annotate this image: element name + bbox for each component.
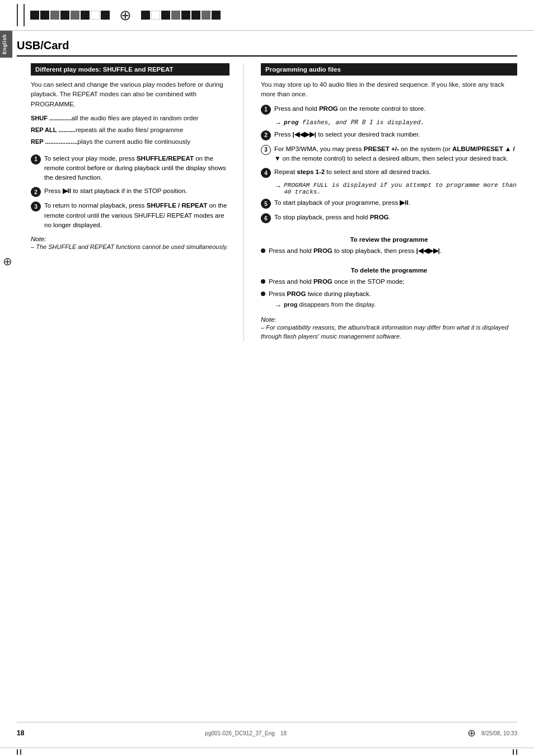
left-note-label: Note:	[31, 236, 229, 242]
left-note-text: – The SHUFFLE and REPEAT functions canno…	[31, 242, 229, 252]
top-strip: ⊕	[0, 0, 534, 31]
right-step-6: 6 To stop playback, press and hold PROG.	[261, 213, 517, 223]
right-note-label: Note:	[261, 316, 517, 323]
right-intro-text: You may store up to 40 audio files in th…	[261, 80, 517, 100]
delete-bullet-2: Press PROG twice during playback.	[261, 289, 517, 299]
pattern-sq-7	[91, 11, 100, 20]
delete-arrow: → prog disappears from the display.	[274, 301, 517, 309]
right-step-num-5: 5	[261, 199, 271, 209]
step-num-1: 1	[31, 154, 41, 165]
right-step-1-arrow: → prog flashes, and PR 0 1 is displayed.	[274, 119, 517, 127]
def-item-rep: REP ................... plays the curren…	[31, 137, 229, 147]
delete-bullet-text-1: Press and hold PROG once in the STOP mod…	[269, 277, 405, 287]
two-column-layout: Different play modes: SHUFFLE and REPEAT…	[17, 63, 517, 341]
left-step-1: 1 To select your play mode, press SHUFFL…	[31, 154, 229, 183]
def-term-shuf: SHUF .............	[31, 114, 72, 123]
strip-left: ⊕	[17, 4, 221, 26]
step-num-3: 3	[31, 201, 41, 212]
definitions-list: SHUF ............. all the audio files a…	[31, 114, 229, 147]
right-step-num-6: 6	[261, 213, 271, 223]
main-content: English ⊕ USB/Card Different play modes:…	[0, 31, 534, 353]
def-desc-rep: plays the current audio file continuousl…	[78, 137, 190, 147]
right-step-num-3: 3	[261, 145, 271, 155]
right-step-content-6: To stop playback, press and hold PROG.	[274, 213, 517, 222]
right-step-1: 1 Press and hold PROG on the remote cont…	[261, 104, 517, 115]
pattern-sq-r8	[212, 11, 221, 20]
footer-crosshair: ⊕	[467, 727, 476, 739]
right-step-content-5: To start playback of your programme, pre…	[274, 198, 517, 208]
right-step-4-arrow: → PROGRAM FULL is displayed if you attem…	[274, 182, 517, 195]
left-intro-text: You can select and change the various pl…	[31, 80, 229, 109]
pattern-sq-5	[71, 11, 79, 20]
pattern-sq-6	[81, 11, 90, 20]
right-step-content-4: Repeat steps 1-2 to select and store all…	[274, 167, 517, 177]
left-step-2: 2 Press ▶II to start playback if in the …	[31, 186, 229, 197]
page-title: USB/Card	[17, 39, 517, 57]
step-content-3: To return to normal playback, press SHUF…	[44, 201, 229, 230]
page-wrapper: ⊕ English ⊕ USB/Card Di	[0, 0, 534, 756]
def-desc-repall: repeats all the audio files/ programme	[76, 125, 183, 135]
right-step-1-arrow-text: prog flashes, and PR 0 1 is displayed.	[284, 119, 424, 126]
right-column: Programming audio files You may store up…	[258, 63, 517, 341]
right-step-4-arrow-text: PROGRAM FULL is displayed if you attempt…	[284, 182, 517, 195]
pattern-sq-r3	[161, 11, 170, 20]
step-content-1: To select your play mode, press SHUFFLE/…	[44, 154, 229, 183]
delete-bullet-1: Press and hold PROG once in the STOP mod…	[261, 277, 517, 287]
def-term-repall: REP ALL ..........	[31, 125, 76, 135]
delete-arrow-text: prog disappears from the display.	[284, 301, 376, 308]
right-step-num-4: 4	[261, 168, 271, 178]
delete-header: To delete the programme	[261, 267, 517, 274]
pattern-sq-r7	[202, 11, 210, 20]
arrow-sym-delete: →	[274, 301, 282, 309]
bullet-dot-delete-2	[261, 292, 265, 296]
def-item-shuf: SHUF ............. all the audio files a…	[31, 114, 229, 123]
pattern-sq-1	[30, 11, 39, 20]
right-step-5: 5 To start playback of your programme, p…	[261, 198, 517, 209]
pattern-sq-8	[101, 11, 110, 20]
right-step-content-3: For MP3/WMA, you may press PRESET +/- on…	[274, 144, 517, 164]
def-desc-shuf: all the audio files are played in random…	[72, 114, 199, 123]
pattern-sq-3	[50, 11, 59, 20]
page-footer: 18 pg001-026_DC912_37_Eng 18 ⊕ 8/25/08, …	[17, 722, 517, 739]
arrow-sym-1: →	[274, 119, 282, 127]
right-note-text: – For compatibility reasons, the album/t…	[261, 323, 517, 341]
pattern-sq-4	[60, 11, 69, 20]
crosshair-left: ⊕	[119, 7, 132, 24]
left-note: Note: – The SHUFFLE and REPEAT functions…	[31, 236, 229, 252]
footer-date: 8/25/08, 10:33	[481, 730, 517, 736]
arrow-sym-4: →	[274, 182, 282, 190]
right-step-num-2: 2	[261, 130, 271, 140]
left-section-header: Different play modes: SHUFFLE and REPEAT	[31, 63, 229, 76]
right-step-content-2: Press |◀◀▶▶| to select your desired trac…	[274, 130, 517, 139]
bullet-dot-review-1	[261, 248, 265, 253]
column-divider	[243, 63, 244, 341]
footer-page-inner: 18	[280, 730, 287, 736]
review-bullet-1: Press and hold PROG to stop playback, th…	[261, 246, 517, 256]
bottom-strip	[0, 748, 534, 756]
right-section-header: Programming audio files	[261, 63, 517, 76]
right-step-num-1: 1	[261, 105, 271, 115]
right-step-content-1: Press and hold PROG on the remote contro…	[274, 104, 517, 114]
step-content-2: Press ▶II to start playback if in the ST…	[44, 186, 229, 196]
right-step-2: 2 Press |◀◀▶▶| to select your desired tr…	[261, 130, 517, 140]
right-step-4: 4 Repeat steps 1-2 to select and store a…	[261, 167, 517, 178]
pattern-sq-r4	[171, 11, 180, 20]
pattern-sq-r1	[141, 11, 150, 20]
right-note: Note: – For compatibility reasons, the a…	[261, 316, 517, 341]
review-header: To review the programme	[261, 236, 517, 243]
pattern-sq-r6	[191, 11, 200, 20]
def-term-rep: REP ...................	[31, 137, 78, 147]
step-num-2: 2	[31, 187, 41, 197]
left-step-3: 3 To return to normal playback, press SH…	[31, 201, 229, 230]
def-item-repall: REP ALL .......... repeats all the audio…	[31, 125, 229, 135]
delete-bullet-text-2: Press PROG twice during playback.	[269, 289, 371, 299]
review-bullet-text-1: Press and hold PROG to stop playback, th…	[269, 246, 442, 256]
bullet-dot-delete-1	[261, 279, 265, 284]
right-step-3: 3 For MP3/WMA, you may press PRESET +/- …	[261, 144, 517, 164]
footer-page-number: 18	[17, 729, 24, 737]
footer-filename: pg001-026_DC912_37_Eng	[205, 730, 275, 736]
left-column: Different play modes: SHUFFLE and REPEAT…	[17, 63, 229, 341]
margin-crosshair: ⊕	[3, 255, 12, 268]
pattern-sq-2	[40, 11, 49, 20]
pattern-sq-r2	[151, 11, 160, 20]
